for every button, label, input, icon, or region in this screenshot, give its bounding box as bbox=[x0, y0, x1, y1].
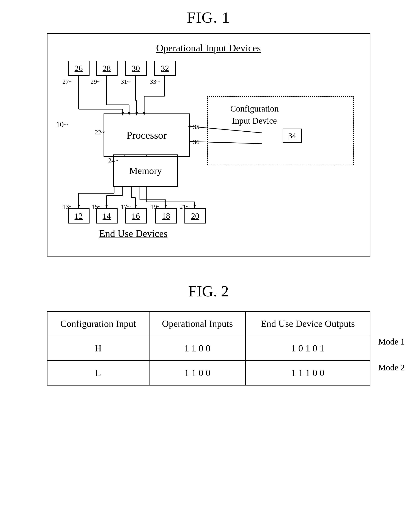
wire-label-27: 27~ bbox=[63, 78, 73, 85]
device-16: 16 bbox=[125, 209, 147, 223]
processor-box: Processor bbox=[104, 114, 190, 157]
wire-label-29: 29~ bbox=[91, 78, 101, 85]
device-28: 28 bbox=[96, 61, 118, 76]
svg-marker-22 bbox=[77, 205, 80, 209]
row1-config: H bbox=[47, 336, 149, 361]
col-header-op-inputs: Operational Inputs bbox=[149, 312, 246, 336]
row2-op-inputs: 1 1 0 0 bbox=[149, 361, 246, 385]
data-table: Configuration Input Operational Inputs E… bbox=[47, 311, 370, 386]
wire-label-19: 19~ bbox=[151, 203, 160, 210]
ref-system: 10~ bbox=[56, 120, 68, 129]
row2-outputs: 1 1 1 0 0 bbox=[246, 361, 370, 385]
mode-2-label: Mode 2 bbox=[378, 362, 405, 373]
ref-processor: 22~ bbox=[95, 129, 105, 136]
device-20: 20 bbox=[184, 209, 206, 223]
wire-label-17: 17~ bbox=[121, 203, 131, 210]
wire-label-31: 31~ bbox=[121, 78, 131, 85]
device-26: 26 bbox=[68, 61, 90, 76]
fig2-section: FIG. 2 Configuration Input Operational I… bbox=[47, 282, 370, 386]
end-use-devices-label: End Use Devices bbox=[99, 228, 168, 239]
diagram-inner: Operational Input Devices bbox=[56, 42, 361, 247]
table-row: L 1 1 0 0 1 1 1 0 0 bbox=[47, 361, 370, 385]
svg-marker-26 bbox=[105, 205, 108, 209]
wire-label-36: 36 bbox=[193, 138, 199, 146]
config-input-label: ConfigurationInput Device bbox=[224, 103, 285, 127]
fig1-diagram: Operational Input Devices bbox=[47, 33, 370, 257]
svg-marker-38 bbox=[194, 205, 196, 209]
device-30: 30 bbox=[125, 61, 147, 76]
memory-box: Memory bbox=[113, 155, 178, 187]
wire-label-13: 13~ bbox=[63, 203, 73, 210]
device-34: 34 bbox=[283, 129, 302, 143]
col-header-config: Configuration Input bbox=[47, 312, 149, 336]
row1-outputs: 1 0 1 0 1 bbox=[246, 336, 370, 361]
mode-1-label: Mode 1 bbox=[378, 336, 405, 347]
device-18: 18 bbox=[155, 209, 177, 223]
svg-marker-30 bbox=[134, 205, 136, 209]
svg-marker-34 bbox=[164, 205, 167, 209]
op-input-devices-label: Operational Input Devices bbox=[56, 42, 361, 54]
wire-label-35: 35 bbox=[193, 123, 199, 131]
col-header-outputs: End Use Device Outputs bbox=[246, 312, 370, 336]
row1-op-inputs: 1 1 0 0 bbox=[149, 336, 246, 361]
fig1-title: FIG. 1 bbox=[187, 9, 230, 27]
ref-memory: 24~ bbox=[108, 157, 118, 164]
device-14: 14 bbox=[96, 209, 118, 223]
table-row: H 1 1 0 0 1 0 1 0 1 bbox=[47, 336, 370, 361]
wire-label-21: 21~ bbox=[180, 203, 190, 210]
device-12: 12 bbox=[68, 209, 90, 223]
table-wrapper: Configuration Input Operational Inputs E… bbox=[47, 311, 370, 386]
wire-label-15: 15~ bbox=[92, 203, 102, 210]
wire-label-33: 33~ bbox=[150, 78, 160, 85]
device-32: 32 bbox=[154, 61, 176, 76]
row2-config: L bbox=[47, 361, 149, 385]
fig2-title: FIG. 2 bbox=[47, 282, 370, 300]
